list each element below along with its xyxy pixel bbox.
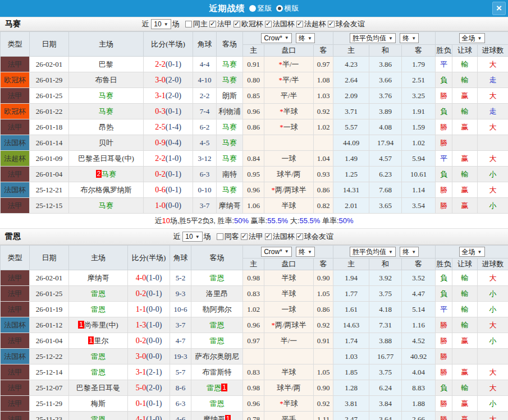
filter-league-checkbox[interactable]: 法超杯 [296,19,326,29]
title-bar-center: 近期战绩 竖版 横版 [209,3,299,14]
filter-league-checkbox[interactable]: 球会友谊 [328,19,365,29]
cell-home-team: 梅斯 [69,396,128,412]
cell-away-team: 雷恩1 [191,380,243,396]
cell-odds-away: 1.04 [314,151,333,167]
halftime-score: (2-0) [166,91,181,100]
red-card-badge: 2 [96,170,102,178]
checkbox-icon[interactable] [265,21,272,27]
filter-same-venue-checkbox[interactable]: 同主 [185,19,208,29]
bookmaker-select[interactable]: Crow*▼ [261,33,292,43]
cell-competition-type: 法甲 [1,412,30,420]
checkbox-icon[interactable] [328,21,335,27]
cell-odds-away: 1.02 [314,119,333,135]
chevron-down-icon: ▼ [308,250,312,255]
filter-league-checkbox[interactable]: 欧冠杯 [234,19,263,29]
cell-result-wdl: 勝 [436,182,452,198]
chevron-down-icon: ▼ [308,36,312,41]
filter-league-checkbox[interactable]: 法甲 [209,19,232,29]
checkbox-icon[interactable] [209,21,216,27]
cell-handicap: 球半/两 [264,167,314,182]
bookmaker-select[interactable]: Crow*▼ [261,247,292,257]
period-select[interactable]: 全场▼ [459,247,485,257]
filter-same-venue-checkbox[interactable]: 同客 [217,232,239,242]
halftime-score: (1-0) [166,154,181,163]
handicap-label: 半球 [282,201,296,210]
match-count-select[interactable]: 10▼ [182,232,202,242]
avg-select[interactable]: 胜平负均值▼ [350,33,396,43]
cell-odds-home: 0.95 [243,167,264,182]
cell-score: 2-2(0-1) [144,57,193,72]
fulltime-score: 0-9 [155,139,166,147]
cell-result-handicap: 赢 [452,412,478,420]
cell-avg-draw: 3.92 [369,270,402,286]
cell-avg-home: 2.09 [333,88,369,104]
subcol-goals-result: 进球数 [478,45,508,57]
filter-league-checkbox[interactable]: 法甲 [241,232,263,242]
radio-icon[interactable] [276,5,283,12]
recent-results-popup: 近期战绩 竖版 横版 × 马赛 近10▼场同主法甲欧冠杯法国杯法超杯球会友谊 类… [0,0,508,420]
odds-stage-select[interactable]: 终▼ [296,33,315,43]
cell-avg-home: 1.25 [333,167,369,182]
cell-competition-type: 法甲 [1,167,30,182]
cell-avg-home: 14.31 [333,182,369,198]
avg-stage-select[interactable]: 终▼ [400,247,419,257]
summary-segment: 大: [288,216,299,225]
checkbox-icon[interactable] [217,233,223,240]
checkbox-icon[interactable] [296,21,303,27]
team-label: 马赛 [222,123,237,131]
checkbox-icon[interactable] [265,233,272,240]
halftime-score: (0-1) [146,289,162,298]
team-label: 马赛 [222,186,237,194]
checkbox-icon[interactable] [241,233,248,240]
odds-stage-select[interactable]: 终▼ [296,247,315,257]
cell-result-goals: 大 [478,182,508,198]
avg-select[interactable]: 胜平负均值▼ [350,247,396,257]
cell-result-wdl: 勝 [436,317,452,333]
cell-corners: 4-6 [170,412,191,420]
cell-result-handicap: 赢 [452,364,478,380]
result-group-header: 全场▼ [436,246,508,259]
checkbox-label: 球会友谊 [336,19,365,29]
handicap-label: 平/半 [282,76,299,84]
match-count-select[interactable]: 10▼ [151,19,171,29]
cell-corners: 5-7 [170,364,191,380]
cell-handicap: 半/一 [264,333,314,349]
halftime-score: (0-0) [146,336,162,345]
team-label: 朗斯 [222,91,237,100]
cell-date: 26-01-25 [30,286,69,302]
period-select[interactable]: 全场▼ [459,33,485,43]
fulltime-score: 0-2 [155,170,166,178]
horizontal-layout-radio[interactable]: 横版 [276,3,299,13]
checkbox-icon[interactable] [185,21,192,27]
cell-away-team: 马赛 [217,182,243,198]
cell-score: 1-0(0-0) [144,198,193,214]
filter-league-checkbox[interactable]: 法国杯 [265,19,295,29]
radio-icon[interactable] [249,5,256,12]
close-button[interactable]: × [492,2,506,15]
team-label: 摩纳哥 [219,201,241,210]
cell-avg-home: 44.09 [333,135,369,151]
checkbox-icon[interactable] [234,21,240,27]
cell-score: 0-9(0-4) [144,135,193,151]
cell-avg-home: 4.23 [333,57,369,72]
cell-odds-home: 0.98 [243,270,264,286]
team-label: 布雷斯特 [203,368,232,376]
cell-result-wdl: 負 [436,286,452,302]
cell-date: 26-01-19 [30,302,69,317]
cell-avg-home: 1.94 [333,270,369,286]
halftime-score: (0-0) [146,352,162,361]
cell-corners: 7-4 [193,104,217,119]
cell-away-team: 马赛 [217,72,243,88]
cell-competition-type: 法甲 [1,88,30,104]
filter-league-checkbox[interactable]: 法国杯 [265,232,295,242]
checkbox-icon[interactable] [296,233,303,240]
cell-date: 26-01-12 [30,317,69,333]
filter-league-checkbox[interactable]: 球会友谊 [296,232,333,242]
checkbox-label: 同客 [225,232,239,242]
vertical-layout-radio[interactable]: 竖版 [249,3,272,13]
avg-stage-select[interactable]: 终▼ [400,33,419,43]
checkbox-label: 欧冠杯 [241,19,263,29]
table-row: 法国杯25-12-21布尔格佩罗纳斯0-6(0-1)0-10马赛0.96*两/两… [1,182,508,198]
fulltime-score: 0-6 [155,186,166,194]
handicap-label: 半球 [283,399,298,408]
